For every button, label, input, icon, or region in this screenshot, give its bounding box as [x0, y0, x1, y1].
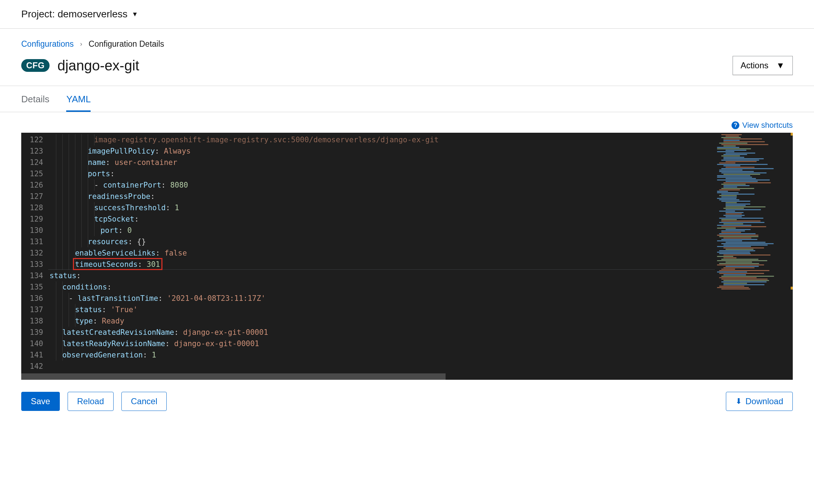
code-line[interactable]: latestCreatedRevisionName: django-ex-git… [48, 327, 715, 338]
code-line[interactable]: tcpSocket: [48, 213, 715, 225]
caret-down-icon: ▼ [132, 11, 138, 18]
resource-badge: CFG [21, 59, 50, 72]
editor-horizontal-scrollbar[interactable] [21, 373, 793, 380]
code-line[interactable] [48, 361, 715, 372]
save-button[interactable]: Save [21, 392, 60, 411]
project-label: Project: demoserverless [21, 8, 127, 20]
code-line[interactable]: imagePullPolicy: Always [48, 145, 715, 157]
breadcrumb: Configurations › Configuration Details [0, 29, 814, 54]
code-line[interactable]: latestReadyRevisionName: django-ex-git-0… [48, 338, 715, 349]
code-line[interactable]: resources: {} [48, 236, 715, 247]
code-line[interactable]: name: user-container [48, 157, 715, 168]
view-shortcuts-link[interactable]: ? View shortcuts [732, 121, 793, 130]
help-icon: ? [732, 121, 739, 129]
actions-label: Actions [741, 61, 769, 70]
page-header: CFG django-ex-git Actions ▼ [0, 54, 814, 86]
yaml-editor[interactable]: 1221231241251261271281291301311321331341… [21, 133, 793, 373]
code-line[interactable]: status: 'True' [48, 304, 715, 315]
tab-yaml[interactable]: YAML [66, 86, 91, 112]
scrollbar-thumb[interactable] [21, 373, 446, 380]
view-shortcuts-label: View shortcuts [742, 121, 793, 130]
line-gutter: 1221231241251261271281291301311321331341… [21, 133, 48, 373]
tab-bar: Details YAML [0, 86, 814, 112]
code-line[interactable]: status: [48, 270, 715, 281]
download-button[interactable]: ⬇ Download [726, 392, 793, 411]
code-line[interactable]: enableServiceLinks: false [48, 247, 715, 259]
cancel-button[interactable]: Cancel [121, 392, 167, 411]
minimap[interactable] [715, 133, 793, 373]
project-selector[interactable]: Project: demoserverless ▼ [0, 0, 814, 29]
breadcrumb-root-link[interactable]: Configurations [21, 39, 74, 49]
footer-actions: Save Reload Cancel ⬇ Download [0, 380, 814, 425]
tab-details[interactable]: Details [21, 86, 49, 112]
chevron-right-icon: › [80, 40, 82, 48]
code-line[interactable]: - lastTransitionTime: '2021-04-08T23:11:… [48, 293, 715, 304]
code-line[interactable]: type: Ready [48, 315, 715, 327]
code-line[interactable]: port: 0 [48, 225, 715, 236]
caret-down-icon: ▼ [776, 61, 785, 70]
code-line[interactable]: readinessProbe: [48, 191, 715, 202]
breadcrumb-current: Configuration Details [88, 39, 164, 49]
download-icon: ⬇ [735, 397, 742, 406]
code-line[interactable]: image-registry.openshift-image-registry.… [48, 134, 715, 145]
reload-button[interactable]: Reload [68, 392, 114, 411]
code-line[interactable]: ports: [48, 168, 715, 179]
actions-dropdown[interactable]: Actions ▼ [733, 56, 793, 75]
code-area[interactable]: image-registry.openshift-image-registry.… [48, 133, 715, 373]
page-title: django-ex-git [57, 58, 139, 74]
code-line[interactable]: conditions: [48, 281, 715, 293]
download-label: Download [745, 396, 783, 406]
code-line[interactable]: observedGeneration: 1 [48, 349, 715, 361]
code-line[interactable]: - containerPort: 8080 [48, 179, 715, 191]
code-line[interactable]: timeoutSeconds: 301 [48, 259, 715, 270]
code-line[interactable]: successThreshold: 1 [48, 202, 715, 213]
